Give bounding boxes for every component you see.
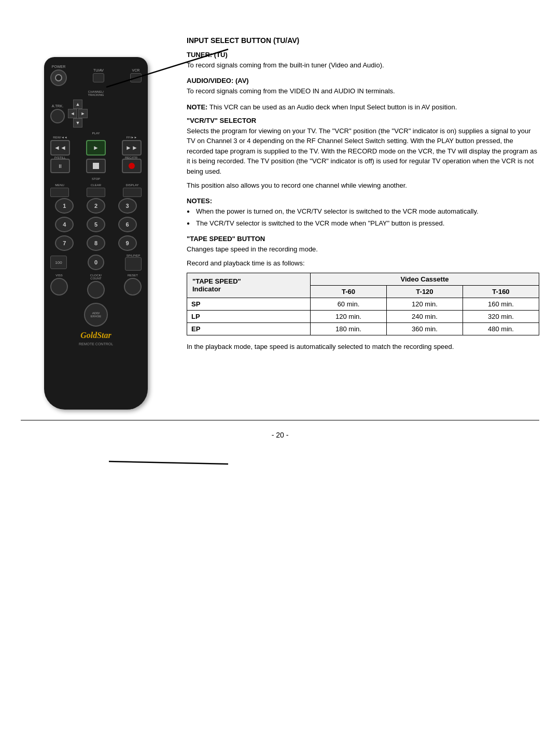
- reset-group: RESET: [124, 274, 142, 299]
- notes-section: NOTES: When the power is turned on, the …: [187, 197, 539, 229]
- add-erase-label: ADD/ ERASE: [91, 312, 101, 318]
- arrow-down-row: ▼: [73, 118, 82, 128]
- num5-button[interactable]: 5: [87, 217, 105, 232]
- num-grid: 1 2 3 4 5 6 7 8 9: [50, 198, 142, 251]
- audio-video-title: AUDIO/VIDEO: (AV): [187, 77, 539, 85]
- left-column: POWER TU/AV VCR: [16, 26, 176, 410]
- menu-button[interactable]: [50, 188, 69, 197]
- input-select-title: INPUT SELECT BUTTON (TU/AV): [187, 36, 539, 45]
- num6-button[interactable]: 6: [118, 217, 137, 232]
- clear-button[interactable]: [87, 188, 105, 197]
- power-label: POWER: [52, 65, 65, 68]
- num2-button[interactable]: 2: [87, 198, 105, 214]
- clock-count-label: CLOCK/ COUNT: [90, 274, 102, 280]
- table-cell-t160: 320 min.: [463, 310, 539, 322]
- vcr-label: VCR: [132, 68, 140, 72]
- tape-speed-body2: Record and playback time is as follows:: [187, 258, 539, 269]
- tuner-body: To record signals coming from the built-…: [187, 60, 539, 71]
- arrow-pad: ▲ ◄ ► ▼: [68, 100, 88, 128]
- transport-row2: ⏸: [50, 159, 142, 173]
- vcr-button[interactable]: [130, 73, 142, 82]
- stop-label: STOP: [92, 177, 100, 180]
- table-cell-t60: 120 min.: [310, 310, 386, 322]
- viss-button[interactable]: [50, 278, 68, 296]
- vcr-tv-section: "VCR/TV" SELECTOR Selects the program fo…: [187, 117, 539, 191]
- stop-button[interactable]: [86, 159, 106, 173]
- svg-line-1: [109, 461, 228, 464]
- rew-button[interactable]: ◄◄: [50, 140, 70, 156]
- channel-tracking-label: CHANNEL/ TRACKING: [50, 90, 142, 96]
- display-button[interactable]: [123, 188, 142, 197]
- tape-speed-body1: Changes tape speed in the recording mode…: [187, 244, 539, 255]
- tuner-title: TUNER: (TU): [187, 51, 539, 59]
- vcr-tv-body: Selects the program for viewing on your …: [187, 126, 539, 177]
- table-cell-indicator: LP: [187, 310, 311, 322]
- rew-label: REW/◄◄: [50, 136, 70, 139]
- page-container: POWER TU/AV VCR: [0, 0, 560, 745]
- tuner-section: TUNER: (TU) To record signals coming fro…: [187, 51, 539, 71]
- atrk-knob[interactable]: [50, 109, 65, 123]
- pause-button[interactable]: ⏸: [50, 159, 70, 173]
- clock-count-button[interactable]: [87, 281, 105, 299]
- recitr-label: REC/ITR: [125, 156, 137, 159]
- right-column: INPUT SELECT BUTTON (TU/AV) TUNER: (TU) …: [176, 26, 539, 410]
- bottom-row1: 100 0 SP/LP/EP: [50, 254, 142, 271]
- num4-button[interactable]: 4: [55, 217, 74, 232]
- tuav-button[interactable]: [93, 73, 104, 82]
- num8-button[interactable]: 8: [87, 235, 105, 251]
- note-item-1: When the power is turned on, the VCR/TV …: [187, 206, 539, 217]
- table-row: LP 120 min. 240 min. 320 min.: [187, 310, 539, 322]
- vcr-tv-title: "VCR/TV" SELECTOR: [187, 117, 539, 124]
- arrow-left-button[interactable]: ◄: [68, 109, 77, 118]
- tape-speed-title: "TAPE SPEED" BUTTON: [187, 235, 539, 243]
- num9-button[interactable]: 9: [118, 235, 137, 251]
- notes-title: NOTES:: [187, 197, 539, 205]
- menu-label: MENU: [55, 184, 64, 187]
- input-select-section: INPUT SELECT BUTTON (TU/AV): [187, 36, 539, 45]
- power-button[interactable]: [50, 69, 67, 86]
- num1-button[interactable]: 1: [55, 198, 74, 214]
- table-cell-t60: 180 min.: [310, 322, 386, 335]
- splpep-button[interactable]: [125, 257, 142, 271]
- table-cell-indicator: EP: [187, 322, 311, 335]
- rec-icon: [129, 163, 135, 169]
- arrow-up-button[interactable]: ▲: [73, 100, 82, 109]
- num3-button[interactable]: 3: [118, 198, 137, 214]
- ff-button[interactable]: ►►: [122, 140, 142, 156]
- table-cell-t60: 60 min.: [310, 298, 386, 310]
- play-label: PLAY: [50, 132, 142, 135]
- transport-labels: REW/◄◄ FF/►►: [50, 136, 142, 139]
- viss-group: VISS: [50, 274, 68, 299]
- clear-label: CLEAR: [91, 184, 101, 187]
- tape-speed-table: "TAPE SPEED" Indicator Video Cassette T-…: [187, 273, 539, 335]
- notes-list: When the power is turned on, the VCR/TV …: [187, 206, 539, 229]
- tape-speed-section: "TAPE SPEED" BUTTON Changes tape speed i…: [187, 235, 539, 352]
- reset-button[interactable]: [124, 278, 142, 296]
- page-number: - 20 -: [0, 431, 560, 449]
- audio-video-body: To record signals coming from the VIDEO …: [187, 86, 539, 96]
- display-label: DISPLAY: [126, 184, 139, 187]
- table-cell-t120: 360 min.: [386, 322, 463, 335]
- audio-video-section: AUDIO/VIDEO: (AV) To record signals comi…: [187, 77, 539, 96]
- remote-control-label: REMOTE CONTROL: [50, 342, 142, 346]
- num0-button[interactable]: 0: [88, 255, 104, 270]
- note-item-2: The VCR/TV selector is switched to the V…: [187, 218, 539, 229]
- tape-speed-footer: In the playback mode, tape speed is auto…: [187, 342, 539, 352]
- play-button[interactable]: ►: [86, 140, 106, 156]
- rec-button[interactable]: [122, 159, 142, 173]
- splpep-group: SP/LP/EP: [125, 254, 142, 271]
- add-erase-button[interactable]: ADD/ ERASE: [84, 303, 108, 327]
- power-button-inner: [55, 74, 62, 81]
- table-row: SP 60 min. 120 min. 160 min.: [187, 298, 539, 310]
- num7-button[interactable]: 7: [55, 235, 74, 251]
- ff-label2: FF/►►: [122, 136, 142, 139]
- display-group: DISPLAY: [123, 184, 142, 197]
- note1-text: This VCR can be used as an Audio deck wh…: [207, 103, 457, 111]
- clear-group: CLEAR: [87, 184, 105, 197]
- num100-button[interactable]: 100: [50, 256, 67, 269]
- arrow-right-button[interactable]: ►: [78, 109, 88, 118]
- arrow-down-button[interactable]: ▼: [73, 118, 82, 128]
- table-cell-indicator: SP: [187, 298, 311, 310]
- note1: NOTE: This VCR can be used as an Audio d…: [187, 102, 539, 113]
- arrow-mid-row: ◄ ►: [68, 109, 88, 118]
